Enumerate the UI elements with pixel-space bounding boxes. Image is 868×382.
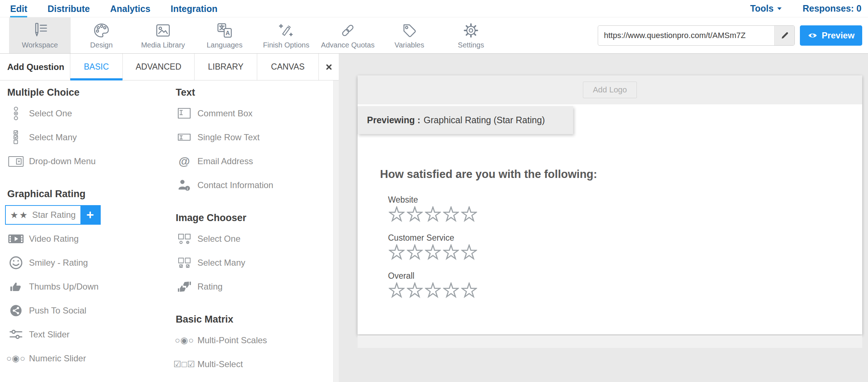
toolbar-item-variables[interactable]: Variables xyxy=(379,17,440,53)
question-text: How satisfied are you with the following… xyxy=(380,168,597,181)
question-type-select-one[interactable]: Select One xyxy=(168,227,339,251)
selected-question-type-chip[interactable]: ★★ Star Rating xyxy=(5,205,101,225)
star-outline-icon[interactable] xyxy=(443,244,459,261)
select-many-checkboxes-icon xyxy=(7,130,25,145)
rating-row-customer-service: Customer Service xyxy=(388,233,477,261)
nav-item-edit[interactable]: Edit xyxy=(10,0,27,17)
question-type-label: Star Rating xyxy=(32,210,80,220)
question-type-comment-box[interactable]: Comment Box xyxy=(168,101,339,125)
question-type-column-2: Text Comment Box Single Row Text@ Email … xyxy=(168,85,339,376)
workspace-icon xyxy=(32,22,48,39)
question-type-contact-information[interactable]: i Contact Information xyxy=(168,173,339,197)
question-type-label: Thumbs Up/Down xyxy=(29,282,99,292)
tab-advanced[interactable]: ADVANCED xyxy=(122,54,194,80)
rating-row-label: Website xyxy=(388,195,477,205)
add-question-plus-button[interactable] xyxy=(80,206,100,224)
nav-right-group: Tools Responses: 0 xyxy=(750,3,864,14)
star-outline-icon[interactable] xyxy=(425,206,441,223)
select-one-radios-icon xyxy=(7,106,25,121)
question-type-drop-down-menu[interactable]: Drop-down Menu xyxy=(0,149,168,173)
toolbar-item-label: Advance Quotas xyxy=(321,41,375,49)
svg-text:i: i xyxy=(187,187,188,191)
star-outline-icon[interactable] xyxy=(389,244,405,261)
toolbar-item-label: Workspace xyxy=(22,41,58,49)
question-type-smiley-rating[interactable]: Smiley - Rating xyxy=(0,251,168,275)
star-outline-icon[interactable] xyxy=(407,206,423,223)
add-logo-button[interactable]: Add Logo xyxy=(583,82,637,98)
tab-library[interactable]: LIBRARY xyxy=(194,54,257,80)
previewing-bar: Previewing : Graphical Rating (Star Rati… xyxy=(358,106,573,134)
question-type-label: Video Rating xyxy=(29,234,79,244)
question-type-label: Push To Social xyxy=(29,306,86,316)
question-type-select-many[interactable]: Select Many xyxy=(0,125,168,149)
question-type-thumbs-up-down[interactable]: Thumbs Up/Down xyxy=(0,275,168,299)
toolbar-item-design[interactable]: Design xyxy=(71,17,132,53)
toolbar-item-workspace[interactable]: Workspace xyxy=(9,17,71,53)
preview-area: Add Logo Previewing : Graphical Rating (… xyxy=(339,54,868,382)
star-outline-icon[interactable] xyxy=(443,282,459,299)
question-type-multi-select[interactable]: ☑□☑ Multi-Select xyxy=(168,352,339,376)
nav-item-integration[interactable]: Integration xyxy=(171,1,217,17)
question-type-label: Multi-Point Scales xyxy=(197,335,267,345)
star-outline-icon[interactable] xyxy=(407,244,423,261)
nav-item-analytics[interactable]: Analytics xyxy=(110,1,150,17)
contact-information-icon: i xyxy=(176,178,193,192)
star-outline-icon[interactable] xyxy=(425,244,441,261)
responses-count[interactable]: Responses: 0 xyxy=(802,3,861,14)
toolbar-item-finish-options[interactable]: Finish Options xyxy=(255,17,317,53)
question-type-email-address[interactable]: @ Email Address xyxy=(168,149,339,173)
design-palette-icon xyxy=(93,22,110,39)
star-outline-icon[interactable] xyxy=(389,282,405,299)
svg-text:A: A xyxy=(226,30,230,37)
toolbar-item-advance-quotas[interactable]: Advance Quotas xyxy=(317,17,379,53)
toolbar-item-settings[interactable]: Settings xyxy=(440,17,502,53)
question-type-label: Select Many xyxy=(197,258,245,268)
star-outline-icon[interactable] xyxy=(461,244,477,261)
question-type-select-many[interactable]: Select Many xyxy=(168,251,339,275)
star-outline-icon[interactable] xyxy=(461,282,477,299)
section-heading-graphical-rating: Graphical Rating xyxy=(0,186,168,203)
survey-url-input[interactable] xyxy=(598,26,774,45)
question-type-rating[interactable]: Rating xyxy=(168,275,339,299)
question-type-multi-point-scales[interactable]: ○◉○ Multi-Point Scales xyxy=(168,328,339,352)
star-outline-icon[interactable] xyxy=(425,282,441,299)
star-outline-icon[interactable] xyxy=(443,206,459,223)
preview-button[interactable]: Preview xyxy=(800,25,862,46)
question-type-label: Select One xyxy=(29,108,72,119)
rating-row-overall: Overall xyxy=(388,271,477,299)
question-type-single-row-text[interactable]: Single Row Text xyxy=(168,125,339,149)
tabs: BASICADVANCEDLIBRARYCANVAS xyxy=(70,54,318,80)
edit-url-button[interactable] xyxy=(774,26,794,45)
star-row xyxy=(389,282,477,299)
question-type-select-one[interactable]: Select One xyxy=(0,101,168,125)
thumbs-up-down-icon xyxy=(7,279,25,294)
toolbar-item-media-library[interactable]: Media Library xyxy=(132,17,194,53)
toolbar-item-languages[interactable]: A Languages xyxy=(194,17,255,53)
previewing-question-type: Graphical Rating (Star Rating) xyxy=(423,115,545,125)
tab-canvas[interactable]: CANVAS xyxy=(257,54,318,80)
star-outline-icon[interactable] xyxy=(407,282,423,299)
question-type-column-1: Multiple Choice Select One Select Many D… xyxy=(0,85,168,376)
question-type-push-to-social[interactable]: Push To Social xyxy=(0,299,168,323)
question-type-label: Single Row Text xyxy=(197,132,260,142)
panel-scrollbar[interactable] xyxy=(333,80,339,382)
star-row xyxy=(389,244,477,261)
toolbar-item-label: Settings xyxy=(458,41,484,49)
close-panel-button[interactable] xyxy=(318,54,339,80)
nav-item-distribute[interactable]: Distribute xyxy=(47,1,90,17)
tab-basic[interactable]: BASIC xyxy=(70,54,122,80)
question-type-star-rating[interactable]: ★★ Star Rating xyxy=(0,203,168,227)
languages-icon: A xyxy=(216,22,233,39)
rating-row-label: Overall xyxy=(388,271,477,281)
rating-row-website: Website xyxy=(388,195,477,223)
question-type-label: Contact Information xyxy=(197,180,273,190)
tools-menu-button[interactable]: Tools xyxy=(750,3,783,14)
star-outline-icon[interactable] xyxy=(461,206,477,223)
star-outline-icon[interactable] xyxy=(389,206,405,223)
nav-items: EditDistributeAnalyticsIntegration xyxy=(10,0,217,17)
question-type-numeric-slider[interactable]: ○◉○ Numeric Slider xyxy=(0,346,168,370)
question-type-video-rating[interactable]: Video Rating xyxy=(0,227,168,251)
question-type-text-slider[interactable]: Text Slider xyxy=(0,323,168,346)
question-type-label: Smiley - Rating xyxy=(29,258,88,268)
rating-row-label: Customer Service xyxy=(388,233,477,243)
